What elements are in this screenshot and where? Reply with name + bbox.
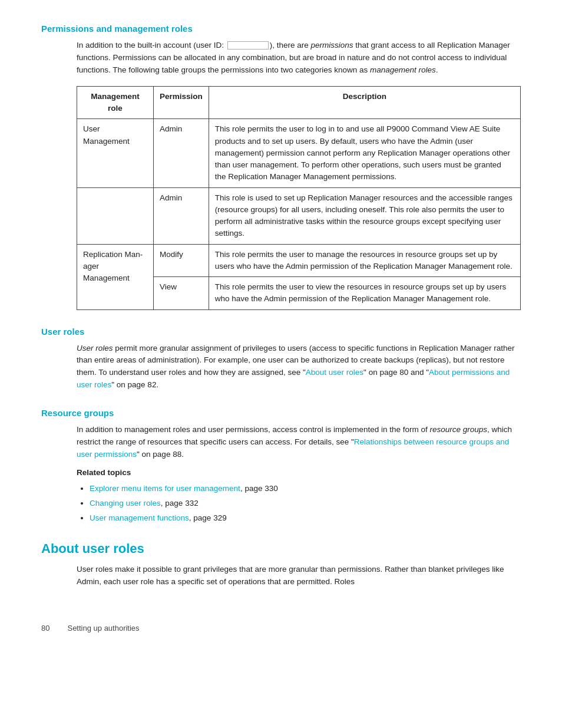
permissions-management-roles-section: Permissions and management roles In addi… <box>41 24 521 310</box>
page-number: 80 <box>41 624 49 633</box>
table-cell-permission-view: View <box>154 277 209 310</box>
table-row: Replication Man-ager Management Modify T… <box>77 244 521 277</box>
about-permissions-user-roles-link[interactable]: About permissions and user roles <box>77 368 510 389</box>
user-id-placeholder <box>227 41 269 50</box>
table-cell-role-replication-admin <box>77 187 154 244</box>
about-user-roles-link[interactable]: About user roles <box>306 368 363 377</box>
table-header-description: Description <box>209 86 520 119</box>
table-header-permission: Permission <box>154 86 209 119</box>
list-item: User management functions, page 329 <box>90 512 521 525</box>
table-cell-permission-admin-1: Admin <box>154 119 209 187</box>
management-roles-table: Management role Permission Description U… <box>77 86 521 310</box>
table-cell-desc-view: This role permits the user to view the r… <box>209 277 520 310</box>
list-item: Changing user roles, page 332 <box>90 498 521 510</box>
table-cell-desc-modify: This role permits the user to manage the… <box>209 244 520 277</box>
list-item: Explorer menu items for user management,… <box>90 483 521 495</box>
explorer-menu-items-link[interactable]: Explorer menu items for user management <box>90 484 240 493</box>
changing-user-roles-page: 332 <box>185 499 199 508</box>
table-cell-desc-replication-admin: This role is used to set up Replication … <box>209 187 520 244</box>
page-footer: 80 Setting up authorities <box>41 624 521 633</box>
resource-groups-heading: Resource groups <box>41 408 521 418</box>
related-topics-heading: Related topics <box>77 467 521 479</box>
footer-text: Setting up authorities <box>67 624 139 633</box>
related-topics-list: Explorer menu items for user management,… <box>77 483 521 525</box>
table-cell-role-replication-management: Replication Man-ager Management <box>77 244 154 309</box>
resource-groups-paragraph: In addition to management roles and user… <box>77 424 521 461</box>
table-cell-permission-modify: Modify <box>154 244 209 277</box>
relationships-resource-groups-link[interactable]: Relationships between resource groups an… <box>77 437 509 459</box>
user-roles-section: User roles User roles permit more granul… <box>41 327 521 392</box>
about-user-roles-paragraph: User roles make it possible to grant pri… <box>77 564 521 588</box>
table-row: User Management Admin This role permits … <box>77 119 521 187</box>
user-roles-paragraph: User roles permit more granular assignme… <box>77 342 521 392</box>
table-cell-desc-user-management: This role permits the user to log in to … <box>209 119 520 187</box>
explorer-menu-page: 330 <box>265 484 278 493</box>
user-management-functions-link[interactable]: User management functions <box>90 513 189 522</box>
resource-groups-section: Resource groups In addition to managemen… <box>41 408 521 524</box>
table-cell-permission-admin-2: Admin <box>154 187 209 244</box>
table-cell-role-user-management: User Management <box>77 119 154 187</box>
permissions-management-roles-heading: Permissions and management roles <box>41 24 521 34</box>
user-management-functions-page: 329 <box>213 513 227 522</box>
about-user-roles-heading: About user roles <box>41 541 521 556</box>
table-row: Admin This role is used to set up Replic… <box>77 187 521 244</box>
user-roles-heading: User roles <box>41 327 521 337</box>
table-header-management-role: Management role <box>77 86 154 119</box>
changing-user-roles-link[interactable]: Changing user roles <box>90 499 161 508</box>
about-user-roles-section: About user roles User roles make it poss… <box>41 541 521 588</box>
permissions-intro-paragraph: In addition to the built-in account (use… <box>77 39 521 77</box>
